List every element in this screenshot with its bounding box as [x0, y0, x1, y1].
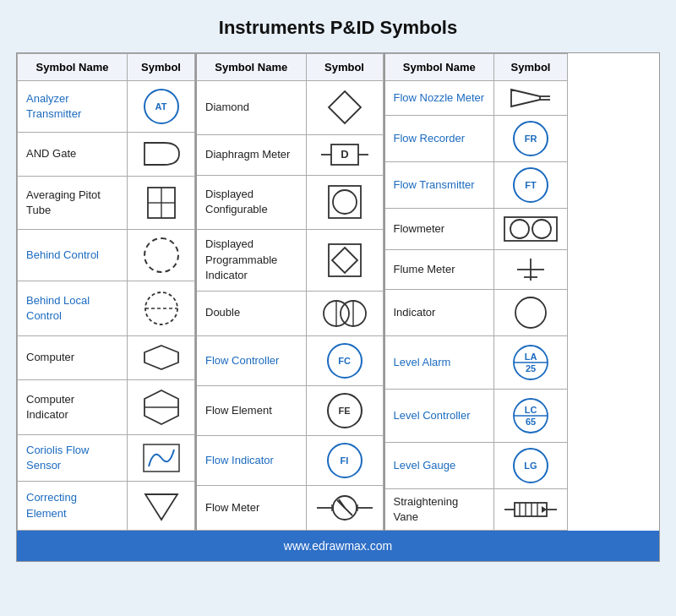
svg-marker-9 [145, 494, 177, 520]
symbol-behind-local [128, 281, 195, 335]
footer-text: www.edrawmax.com [284, 539, 392, 553]
svg-text:D: D [341, 148, 348, 161]
name-correcting: CorrectingElement [18, 481, 128, 531]
svg-rect-17 [329, 244, 361, 276]
svg-point-34 [510, 220, 529, 238]
table-row: Flow Meter [196, 486, 383, 531]
table3-header-symbol: Symbol [494, 54, 568, 81]
table-row: Behind LocalControl [18, 281, 195, 335]
table-row: Flow Controller FC [196, 335, 383, 385]
symbol-fe: FE [306, 385, 383, 435]
symbol-double [306, 291, 383, 335]
table3-header-name: Symbol Name [384, 54, 494, 81]
name-avg-pitot: Averaging PitotTube [18, 176, 128, 229]
svg-text:65: 65 [526, 417, 536, 427]
table-row: Level Gauge LG [384, 443, 568, 489]
svg-point-3 [145, 292, 177, 324]
table1-header-symbol: Symbol [128, 54, 195, 81]
name-analyzer-transmitter: AnalyzerTransmitter [18, 81, 128, 133]
svg-marker-55 [542, 506, 547, 513]
name-diaphragm: Diaphragm Meter [196, 134, 306, 176]
table-row: ComputerIndicator [18, 379, 195, 434]
name-coriolis: Coriolis FlowSensor [18, 435, 128, 482]
table-row: Flow Recorder FR [384, 116, 568, 162]
table-row: Level Alarm LA 25 [384, 336, 568, 390]
table-row: Flow Element FE [196, 385, 383, 435]
symbol-coriolis [128, 435, 195, 482]
symbol-and-gate [128, 132, 195, 176]
table-row: Averaging PitotTube [18, 176, 195, 229]
symbol-indicator [494, 290, 568, 336]
table-row: DisplayedConfigurable [196, 176, 383, 230]
name-flow-controller: Flow Controller [196, 335, 306, 385]
name-behind-control: Behind Control [18, 229, 128, 281]
table-row: Coriolis FlowSensor [18, 435, 195, 482]
table-row: Diamond [196, 81, 383, 135]
name-level-gauge: Level Gauge [384, 443, 494, 489]
name-str-vane: StraighteningVane [384, 489, 494, 531]
name-flow-indicator: Flow Indicator [196, 436, 306, 486]
name-indicator: Indicator [384, 290, 494, 336]
svg-marker-10 [329, 91, 361, 123]
symbol-computer [128, 335, 195, 379]
svg-point-39 [515, 297, 546, 328]
table2-header-symbol: Symbol [306, 54, 383, 81]
table-row: DisplayedProgrammableIndicator [196, 229, 383, 291]
table-row: CorrectingElement [18, 481, 195, 531]
page-title: Instruments P&ID Symbols [219, 17, 457, 39]
name-flowmeter: Flowmeter [384, 209, 494, 250]
table-row: Diaphragm Meter D [196, 134, 383, 176]
table-row: Flow Nozzle Meter [384, 81, 568, 116]
symbol-diaphragm: D [306, 134, 383, 176]
name-flow-meter: Flow Meter [196, 486, 306, 531]
symbol-ft: FT [494, 162, 568, 209]
table-row: Level Controller LC 65 [384, 390, 568, 443]
symbol-disp-prog [306, 229, 383, 291]
svg-marker-5 [144, 346, 178, 369]
symbol-disp-config [306, 176, 383, 230]
symbol-fc: FC [306, 335, 383, 385]
symbol-lc: LC 65 [494, 390, 568, 443]
svg-rect-33 [504, 217, 557, 241]
svg-point-16 [333, 190, 357, 214]
name-level-alarm: Level Alarm [384, 336, 494, 390]
svg-text:25: 25 [526, 363, 536, 373]
name-flow-recorder: Flow Recorder [384, 116, 494, 162]
symbol-flume [494, 250, 568, 290]
name-flow-transmitter: Flow Transmitter [384, 162, 494, 209]
footer-bar: www.edrawmax.com [17, 531, 659, 561]
table-row: Indicator [384, 290, 568, 336]
name-behind-local: Behind LocalControl [18, 281, 128, 335]
svg-text:LC: LC [525, 405, 537, 415]
name-disp-prog: DisplayedProgrammableIndicator [196, 229, 306, 291]
table-3: Symbol Name Symbol Flow Nozzle Meter [384, 53, 569, 531]
table-row: Flow Indicator FI [196, 436, 383, 486]
symbol-flow-meter [306, 486, 383, 531]
svg-point-35 [532, 220, 551, 238]
table-1: Symbol Name Symbol AnalyzerTransmitter A… [17, 53, 195, 531]
name-flow-nozzle: Flow Nozzle Meter [384, 81, 494, 116]
symbol-la: LA 25 [494, 336, 568, 390]
name-flume: Flume Meter [384, 250, 494, 290]
table2-header-name: Symbol Name [196, 54, 306, 81]
table-row: Flowmeter [384, 209, 568, 250]
symbol-avg-pitot [128, 176, 195, 229]
name-double: Double [196, 291, 306, 335]
name-computer: Computer [18, 335, 128, 379]
table-row: Computer [18, 335, 195, 379]
symbol-diamond [306, 81, 383, 135]
symbol-lg: LG [494, 443, 568, 489]
symbol-fr: FR [494, 116, 568, 162]
name-computer-ind: ComputerIndicator [18, 379, 128, 434]
name-diamond: Diamond [196, 81, 306, 135]
table-row: Flume Meter [384, 250, 568, 290]
symbol-fi: FI [306, 436, 383, 486]
symbol-flow-nozzle [494, 81, 568, 116]
table1-header-name: Symbol Name [18, 54, 128, 81]
svg-text:LA: LA [525, 352, 537, 362]
name-flow-element: Flow Element [196, 385, 306, 435]
symbol-correcting [128, 481, 195, 531]
table-2: Symbol Name Symbol Diamond Diaphragm Me [195, 53, 384, 531]
svg-marker-30 [511, 90, 540, 106]
table-row: AND Gate [18, 132, 195, 176]
